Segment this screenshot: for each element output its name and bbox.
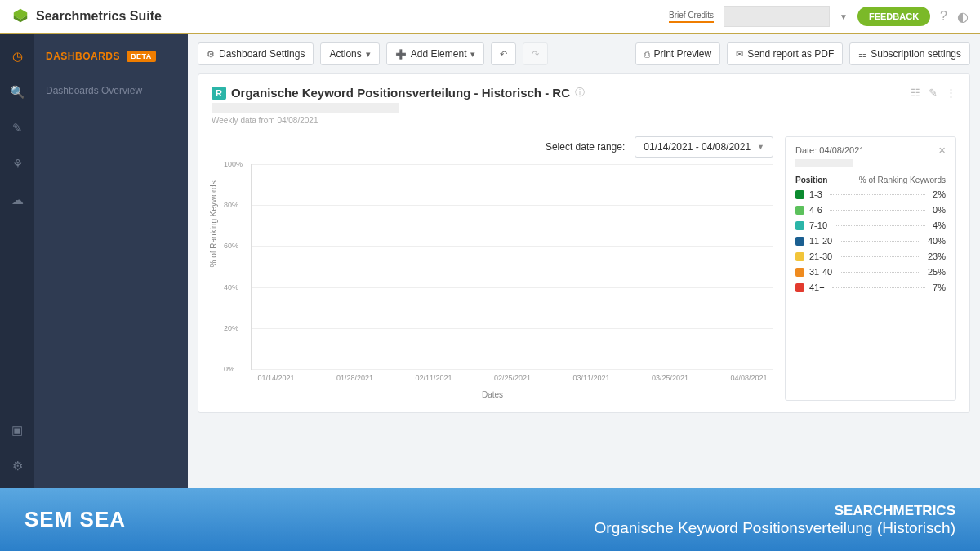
legend-domain <box>795 159 853 167</box>
chevron-down-icon: ▼ <box>757 143 764 151</box>
weekly-note: Weekly data from 04/08/2021 <box>212 116 956 125</box>
pencil-icon[interactable]: ✎ <box>12 121 23 136</box>
info-icon[interactable]: ⓘ <box>575 86 585 100</box>
chevron-down-icon: ▾ <box>366 49 371 60</box>
legend-row[interactable]: 41+7% <box>795 282 946 292</box>
date-range-label: Select date range: <box>546 141 625 153</box>
dashboard-settings-button[interactable]: ⚙Dashboard Settings <box>198 42 314 65</box>
nav-rail: ◷ 🔍 ✎ ⚘ ☁ ▣ ⚙ <box>0 34 34 488</box>
date-range-selector[interactable]: 01/14/2021 - 04/08/2021 ▼ <box>635 136 773 158</box>
redo-button[interactable]: ↷ <box>523 42 548 65</box>
edit-icon[interactable]: ✎ <box>929 87 938 99</box>
cloud-icon[interactable]: ☁ <box>11 193 24 207</box>
product-name: Searchmetrics Suite <box>36 9 162 24</box>
r-badge: R <box>212 87 226 100</box>
stacked-bar-chart: % of Ranking Keywords 0%20%40%60%80%100%… <box>212 164 773 401</box>
file-icon[interactable]: ▣ <box>11 423 23 438</box>
close-icon[interactable]: ✕ <box>938 145 946 156</box>
footer-brand: SEARCHMETRICS <box>595 503 956 519</box>
redo-icon: ↷ <box>532 49 539 60</box>
legend-row[interactable]: 21-3023% <box>795 251 946 261</box>
brief-credits-label: Brief Credits <box>669 11 714 23</box>
logo-icon <box>11 7 29 25</box>
calendar-icon[interactable]: ☷ <box>911 87 920 99</box>
subscription-settings-button[interactable]: ☷Subscription settings <box>849 42 970 65</box>
footer-left: SEM SEA <box>24 507 126 532</box>
undo-icon: ↶ <box>500 49 507 60</box>
legend-row[interactable]: 4-60% <box>795 205 946 215</box>
dropdown-caret-icon[interactable]: ▼ <box>840 12 848 21</box>
user-settings-icon[interactable]: ⚙ <box>12 459 23 473</box>
footer-banner: SEM SEA SEARCHMETRICS Organische Keyword… <box>0 488 980 551</box>
panel-title: Organische Keyword Positionsverteilung -… <box>231 86 570 100</box>
actions-button[interactable]: Actions▾ <box>320 42 379 65</box>
more-icon[interactable]: ⋮ <box>946 87 956 99</box>
domain-label <box>212 103 399 113</box>
account-selector[interactable] <box>724 6 830 27</box>
legend-row[interactable]: 11-2040% <box>795 236 946 246</box>
legend-panel: Date: 04/08/2021 ✕ Position % of Ranking… <box>785 136 956 401</box>
legend-row[interactable]: 31-4025% <box>795 267 946 277</box>
send-pdf-button[interactable]: ✉Send report as PDF <box>727 42 843 65</box>
gear-icon: ⚙ <box>207 49 215 60</box>
user-icon[interactable]: ◐ <box>957 9 969 24</box>
y-axis-label: % of Ranking Keywords <box>209 181 218 268</box>
mail-icon: ✉ <box>736 49 743 60</box>
legend-row[interactable]: 7-104% <box>795 220 946 230</box>
add-element-button[interactable]: ➕Add Element▾ <box>386 42 485 65</box>
sidebar-item-overview[interactable]: Dashboards Overview <box>46 85 176 96</box>
print-preview-button[interactable]: ⎙Print Preview <box>635 42 721 65</box>
chart-panel: R Organische Keyword Positionsverteilung… <box>198 73 970 413</box>
legend-col-pct: % of Ranking Keywords <box>859 176 946 184</box>
x-axis-label: Dates <box>482 390 503 399</box>
product-logo: Searchmetrics Suite <box>11 7 162 25</box>
search-icon[interactable]: 🔍 <box>10 85 25 100</box>
undo-button[interactable]: ↶ <box>491 42 516 65</box>
sitemap-icon[interactable]: ⚘ <box>12 157 23 171</box>
footer-subtitle: Organische Keyword Positionsverteilung (… <box>595 519 956 537</box>
calendar-icon: ☷ <box>858 49 866 60</box>
beta-badge: BETA <box>127 51 156 62</box>
chevron-down-icon: ▾ <box>470 49 475 60</box>
sidebar-title: DASHBOARDS BETA <box>46 51 176 62</box>
help-icon[interactable]: ? <box>940 9 947 24</box>
feedback-button[interactable]: FEEDBACK <box>858 7 930 26</box>
legend-row[interactable]: 1-32% <box>795 189 946 199</box>
legend-date: Date: 04/08/2021 <box>795 145 864 156</box>
gauge-icon[interactable]: ◷ <box>12 49 23 64</box>
plus-icon: ➕ <box>395 49 407 60</box>
print-icon: ⎙ <box>644 49 650 59</box>
legend-col-position: Position <box>795 176 827 184</box>
